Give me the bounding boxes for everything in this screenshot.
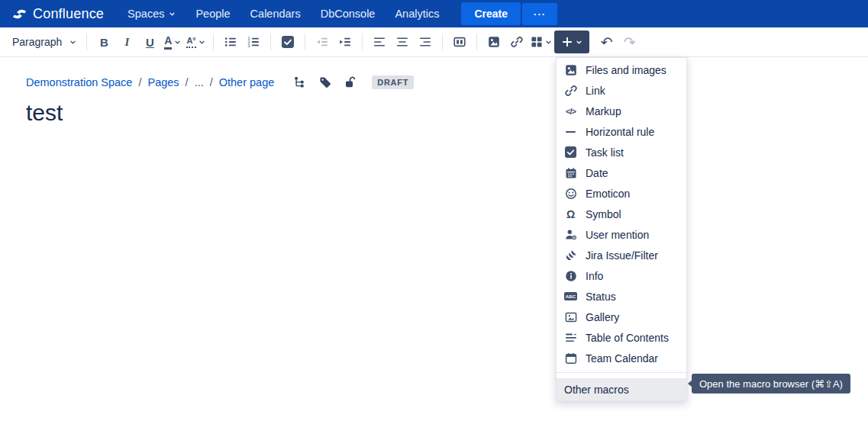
page-tree-icon bbox=[294, 76, 306, 88]
unrestricted-button[interactable] bbox=[344, 76, 357, 88]
bold-button[interactable]: B bbox=[92, 31, 115, 53]
text-style-icon: A° bbox=[186, 37, 195, 48]
link-icon bbox=[511, 36, 523, 48]
nav-item-analytics[interactable]: Analytics bbox=[385, 3, 449, 24]
menu-item-label: Gallery bbox=[586, 311, 619, 323]
create-button[interactable]: Create bbox=[461, 2, 521, 25]
horizontal-rule-icon bbox=[564, 125, 577, 138]
chevron-down-icon bbox=[69, 40, 76, 45]
task-list-icon bbox=[282, 36, 294, 48]
redo-icon: ↷ bbox=[624, 35, 636, 50]
menu-item-status[interactable]: ABC Status bbox=[557, 286, 686, 307]
svg-text:3: 3 bbox=[247, 43, 250, 48]
menu-item-label: Link bbox=[586, 85, 605, 97]
bullet-list-button[interactable] bbox=[219, 31, 242, 53]
menu-item-gallery[interactable]: Gallery bbox=[557, 307, 686, 327]
page-title-input[interactable]: test bbox=[26, 100, 63, 126]
breadcrumb-separator: / bbox=[138, 76, 141, 88]
align-left-button[interactable] bbox=[368, 31, 391, 53]
nav-item-calendars[interactable]: Calendars bbox=[240, 3, 311, 24]
menu-item-label: Task list bbox=[586, 146, 624, 159]
image-button[interactable] bbox=[482, 31, 505, 53]
align-center-button[interactable] bbox=[391, 31, 414, 53]
menu-item-markup[interactable]: </> Markup bbox=[557, 101, 686, 121]
date-icon bbox=[564, 166, 577, 179]
team-calendar-icon bbox=[564, 352, 577, 365]
text-style-button[interactable]: A° bbox=[184, 31, 207, 53]
breadcrumb-ellipsis[interactable]: ... bbox=[195, 76, 204, 88]
toolbar-divider bbox=[442, 34, 443, 50]
symbol-icon: Ω bbox=[564, 207, 577, 220]
menu-item-label: Files and images bbox=[586, 64, 666, 76]
indent-button[interactable] bbox=[334, 31, 357, 53]
image-icon bbox=[488, 36, 500, 48]
menu-item-emoticon[interactable]: Emoticon bbox=[557, 183, 686, 204]
redo-button[interactable]: ↷ bbox=[618, 31, 641, 53]
menu-item-table-of-contents[interactable]: Table of Contents bbox=[557, 327, 686, 348]
page-tree-button[interactable] bbox=[294, 76, 306, 88]
block-style-select[interactable]: Paragraph bbox=[6, 31, 81, 53]
insert-menu-button[interactable] bbox=[554, 31, 589, 53]
task-list-icon bbox=[564, 146, 577, 159]
nav-item-label: People bbox=[195, 8, 230, 20]
menu-item-info[interactable]: Info bbox=[557, 265, 686, 286]
layout-button[interactable] bbox=[448, 31, 471, 53]
label-tag-icon bbox=[319, 76, 331, 88]
menu-item-jira-issue-filter[interactable]: Jira Issue/Filter bbox=[557, 245, 686, 265]
text-color-button[interactable]: A bbox=[161, 31, 184, 53]
numbered-list-button[interactable]: 123 bbox=[242, 31, 265, 53]
confluence-editor: Confluence Spaces People Calendars DbCon… bbox=[0, 0, 868, 424]
menu-item-link[interactable]: Link bbox=[557, 80, 686, 101]
menu-item-other-macros[interactable]: Other macros bbox=[557, 378, 686, 400]
undo-icon: ↶ bbox=[601, 35, 613, 50]
chevron-down-icon bbox=[169, 11, 176, 17]
chevron-down-icon bbox=[545, 40, 552, 45]
menu-item-horizontal-rule[interactable]: Horizontal rule bbox=[557, 121, 686, 142]
draft-badge: DRAFT bbox=[372, 75, 414, 89]
layout-icon bbox=[453, 36, 466, 48]
breadcrumb-link-pages[interactable]: Pages bbox=[147, 76, 179, 88]
menu-item-date[interactable]: Date bbox=[557, 162, 686, 183]
task-list-button[interactable] bbox=[276, 31, 299, 53]
breadcrumb-link-space[interactable]: Demonstration Space bbox=[26, 76, 132, 88]
menu-item-label: Horizontal rule bbox=[586, 126, 654, 138]
nav-item-people[interactable]: People bbox=[186, 3, 240, 24]
editor-toolbar: Paragraph B I U A A° 123 bbox=[0, 27, 868, 57]
menu-item-symbol[interactable]: Ω Symbol bbox=[557, 204, 686, 224]
menu-item-label: Symbol bbox=[586, 208, 621, 220]
align-left-icon bbox=[373, 36, 386, 48]
breadcrumb-separator: / bbox=[210, 76, 213, 88]
align-right-button[interactable] bbox=[414, 31, 437, 53]
tooltip-text: Open the macro browser (⌘⇧A) bbox=[699, 378, 843, 390]
italic-icon: I bbox=[124, 36, 129, 49]
menu-item-user-mention[interactable]: User mention bbox=[557, 224, 686, 245]
menu-item-task-list[interactable]: Task list bbox=[557, 142, 686, 162]
underline-icon: U bbox=[146, 36, 154, 49]
labels-button[interactable] bbox=[319, 76, 331, 88]
table-button[interactable] bbox=[528, 31, 554, 53]
breadcrumb-link-other-page[interactable]: Other page bbox=[219, 76, 275, 88]
undo-button[interactable]: ↶ bbox=[595, 31, 618, 53]
nav-item-spaces[interactable]: Spaces bbox=[118, 3, 186, 24]
nav-item-label: DbConsole bbox=[321, 8, 376, 20]
markup-icon: </> bbox=[564, 104, 577, 117]
link-button[interactable] bbox=[505, 31, 528, 53]
emoticon-icon bbox=[564, 187, 577, 200]
menu-item-files-and-images[interactable]: Files and images bbox=[557, 59, 686, 80]
toolbar-divider bbox=[270, 34, 271, 50]
underline-button[interactable]: U bbox=[138, 31, 161, 53]
align-center-icon bbox=[396, 36, 408, 48]
menu-item-label: Emoticon bbox=[586, 188, 630, 200]
breadcrumb: Demonstration Space / Pages / ... / Othe… bbox=[26, 75, 414, 89]
chevron-down-icon bbox=[174, 40, 181, 45]
menu-item-team-calendar[interactable]: Team Calendar bbox=[557, 348, 686, 368]
outdent-button[interactable] bbox=[311, 31, 334, 53]
confluence-logo[interactable]: Confluence bbox=[12, 6, 104, 22]
nav-item-label: Spaces bbox=[127, 8, 164, 20]
unlock-icon bbox=[344, 76, 357, 88]
italic-button[interactable]: I bbox=[115, 31, 138, 53]
user-mention-icon bbox=[564, 228, 577, 241]
menu-item-label: Other macros bbox=[564, 384, 629, 396]
nav-item-dbconsole[interactable]: DbConsole bbox=[311, 3, 386, 24]
nav-more-button[interactable]: ··· bbox=[522, 3, 557, 25]
